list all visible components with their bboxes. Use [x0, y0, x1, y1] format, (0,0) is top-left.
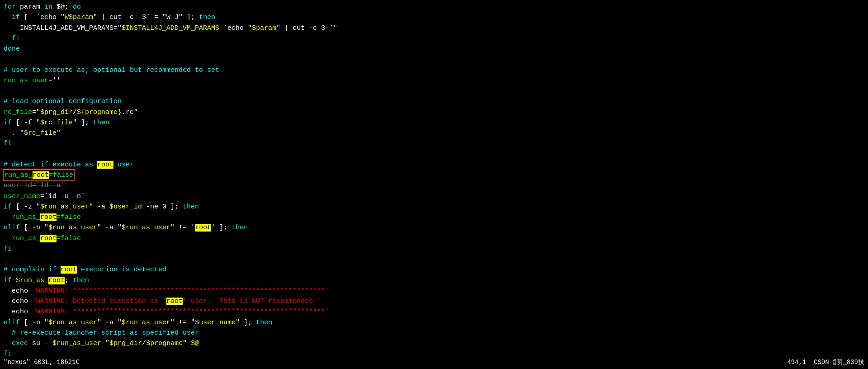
code-line-31: elif [ -n "$run_as_user" -a "$run_as_use… [4, 317, 864, 328]
code-line-23: run_as_root=false [4, 233, 864, 244]
code-line-12: if [ -f "$rc_file" ]; then [4, 118, 864, 128]
code-line-2: if [ `echo "W$param" | cut -c -3` = "W-J… [4, 12, 864, 23]
file-info: "nexus" 603L, 18621C [4, 358, 80, 368]
code-line-4: fi [4, 33, 864, 44]
code-line-32: # re-execute launcher script as specifie… [4, 328, 864, 338]
code-line-13: . "$rc_file" [4, 128, 864, 138]
code-line-19: user_name=`id -u -n` [4, 191, 864, 202]
cursor-position: 494,1 CSDN @明_839技 [787, 358, 864, 368]
code-line-14: fi [4, 138, 864, 149]
code-line-22: elif [ -n "$run_as_user" -a "$run_as_use… [4, 222, 864, 233]
status-bar: "nexus" 603L, 18621C 494,1 CSDN @明_839技 [0, 356, 868, 369]
code-line-8: run_as_user='' [4, 76, 864, 86]
code-line-11: rc_file="$prg_dir/${progname}.rc" [4, 107, 864, 118]
code-line-20: if [ -z "$run_as_user" -a $user_id -ne 0… [4, 202, 864, 212]
code-line-30: echo 'WARNING: *************************… [4, 307, 864, 317]
code-line-1: for param in $@; do [4, 2, 864, 12]
code-editor: for param in $@; do if [ `echo "W$param"… [0, 0, 868, 369]
code-line-25 [4, 254, 864, 265]
code-line-33: exec su - $run_as_user "$prg_dir/$progna… [4, 338, 864, 349]
code-line-27: if $run_as_root; then [4, 275, 864, 286]
code-line-26: # complain if root execution is detected [4, 265, 864, 275]
code-line-18: user_id=`id -u` [4, 180, 864, 191]
code-line-7: # user to execute as; optional but recom… [4, 65, 864, 76]
code-line-28: echo 'WARNING: *************************… [4, 286, 864, 296]
code-line-17: run_as_root=false [4, 170, 864, 180]
code-line-9 [4, 86, 864, 96]
code-line-10: # load optional configuration [4, 96, 864, 107]
code-line-5: done [4, 44, 864, 54]
code-line-3: INSTALL4J_ADD_VM_PARAMS="$INSTALL4J_ADD_… [4, 23, 864, 33]
code-line-24: fi [4, 244, 864, 254]
code-line-6 [4, 54, 864, 65]
code-line-21: run_as_root=false [4, 212, 864, 222]
code-line-16: # detect if execute as root user [4, 160, 864, 170]
code-line-29: echo 'WARNING: Detected execution as 'ro… [4, 296, 864, 307]
code-line-15 [4, 149, 864, 160]
